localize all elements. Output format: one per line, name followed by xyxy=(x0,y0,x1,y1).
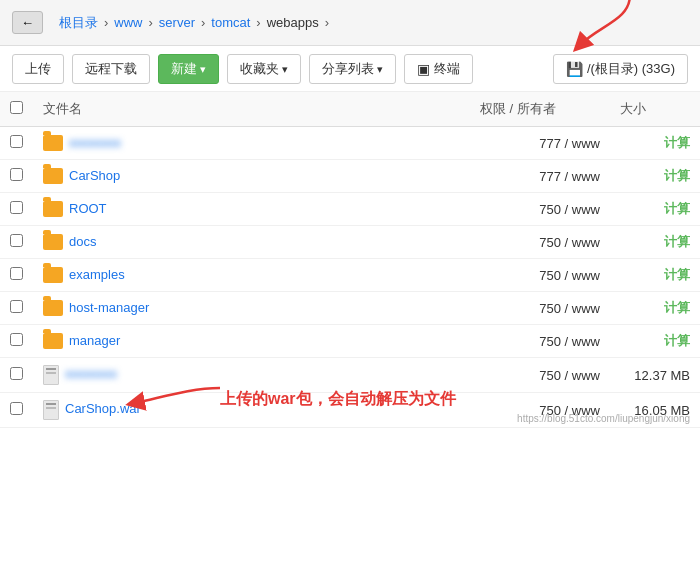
row-checkbox[interactable] xyxy=(10,367,23,380)
file-name-link[interactable]: ROOT xyxy=(69,201,107,216)
file-size: 计算 xyxy=(610,325,700,358)
file-size: 计算 xyxy=(610,259,700,292)
table-row: xxxxxxxx777 / www计算 xyxy=(0,127,700,160)
breadcrumb-sep-2: › xyxy=(149,15,153,30)
collect-button[interactable]: 收藏夹 xyxy=(227,54,301,84)
breadcrumb-www[interactable]: www xyxy=(114,15,142,30)
file-permission: 750 / www xyxy=(470,193,610,226)
file-permission: 750 / www xyxy=(470,259,610,292)
folder-icon xyxy=(43,135,63,151)
file-name-link[interactable]: docs xyxy=(69,234,96,249)
row-checkbox[interactable] xyxy=(10,300,23,313)
file-name-link[interactable]: host-manager xyxy=(69,300,149,315)
file-name-link[interactable]: xxxxxxxx xyxy=(69,135,121,150)
row-checkbox[interactable] xyxy=(10,201,23,214)
file-permission: 750 / www xyxy=(470,292,610,325)
breadcrumb-sep-1: › xyxy=(104,15,108,30)
file-size: 计算 xyxy=(610,160,700,193)
table-row: host-manager750 / www计算 xyxy=(0,292,700,325)
file-size: 计算 xyxy=(610,193,700,226)
file-name-link[interactable]: CarShop.war xyxy=(65,401,141,416)
header-checkbox-col xyxy=(0,92,33,127)
disk-button[interactable]: 💾 /(根目录) (33G) xyxy=(553,54,688,84)
terminal-button[interactable]: ▣ 终端 xyxy=(404,54,473,84)
folder-icon xyxy=(43,201,63,217)
row-checkbox[interactable] xyxy=(10,135,23,148)
new-button[interactable]: 新建 xyxy=(158,54,219,84)
table-row: examples750 / www计算 xyxy=(0,259,700,292)
table-row: CarShop777 / www计算 xyxy=(0,160,700,193)
table-row: ROOT750 / www计算 xyxy=(0,193,700,226)
disk-icon: 💾 xyxy=(566,61,583,77)
back-button[interactable]: ← xyxy=(12,11,43,34)
breadcrumb-root[interactable]: 根目录 xyxy=(59,14,98,32)
table-row: xxxxxxxx750 / www12.37 MB xyxy=(0,358,700,393)
breadcrumb-tomcat[interactable]: tomcat xyxy=(211,15,250,30)
file-size: 12.37 MB xyxy=(610,358,700,393)
terminal-icon: ▣ xyxy=(417,61,430,77)
breadcrumb-webapps[interactable]: webapps xyxy=(267,15,319,30)
remote-download-button[interactable]: 远程下载 xyxy=(72,54,150,84)
file-icon xyxy=(43,365,59,385)
share-button[interactable]: 分享列表 xyxy=(309,54,396,84)
breadcrumb-sep-3: › xyxy=(201,15,205,30)
row-checkbox[interactable] xyxy=(10,333,23,346)
file-permission: 750 / www xyxy=(470,226,610,259)
select-all-checkbox[interactable] xyxy=(10,101,23,114)
file-name-link[interactable]: xxxxxxxx xyxy=(65,366,117,381)
row-checkbox[interactable] xyxy=(10,402,23,415)
table-row: docs750 / www计算 xyxy=(0,226,700,259)
file-permission: 777 / www xyxy=(470,127,610,160)
table-header-row: 文件名 权限 / 所有者 大小 xyxy=(0,92,700,127)
terminal-label: 终端 xyxy=(434,60,460,78)
disk-label: /(根目录) (33G) xyxy=(587,60,675,78)
folder-icon xyxy=(43,168,63,184)
file-table: 文件名 权限 / 所有者 大小 xxxxxxxx777 / www计算CarSh… xyxy=(0,92,700,428)
breadcrumb-sep-4: › xyxy=(256,15,260,30)
upload-button[interactable]: 上传 xyxy=(12,54,64,84)
breadcrumb-server[interactable]: server xyxy=(159,15,195,30)
row-checkbox[interactable] xyxy=(10,168,23,181)
file-size: 计算 xyxy=(610,226,700,259)
file-permission: 777 / www xyxy=(470,160,610,193)
breadcrumb-bar: ← 根目录 › www › server › tomcat › webapps … xyxy=(0,0,700,46)
folder-icon xyxy=(43,333,63,349)
file-name-link[interactable]: manager xyxy=(69,333,120,348)
folder-icon xyxy=(43,234,63,250)
file-name-link[interactable]: CarShop xyxy=(69,168,120,183)
file-icon xyxy=(43,400,59,420)
row-checkbox[interactable] xyxy=(10,234,23,247)
folder-icon xyxy=(43,300,63,316)
folder-icon xyxy=(43,267,63,283)
header-permission: 权限 / 所有者 xyxy=(470,92,610,127)
header-filename: 文件名 xyxy=(33,92,470,127)
file-table-container: 文件名 权限 / 所有者 大小 xxxxxxxx777 / www计算CarSh… xyxy=(0,92,700,428)
header-size: 大小 xyxy=(610,92,700,127)
file-size: 计算 xyxy=(610,127,700,160)
table-row: manager750 / www计算 xyxy=(0,325,700,358)
file-size: 计算 xyxy=(610,292,700,325)
breadcrumb-sep-5: › xyxy=(325,15,329,30)
file-permission: 750 / www xyxy=(470,325,610,358)
file-name-link[interactable]: examples xyxy=(69,267,125,282)
row-checkbox[interactable] xyxy=(10,267,23,280)
watermark-url: https://blog.51cto.com/liupengjun/xiong xyxy=(517,413,690,424)
file-permission: 750 / www xyxy=(470,358,610,393)
toolbar: 上传 远程下载 新建 收藏夹 分享列表 ▣ 终端 💾 /(根目录) (33G) xyxy=(0,46,700,92)
